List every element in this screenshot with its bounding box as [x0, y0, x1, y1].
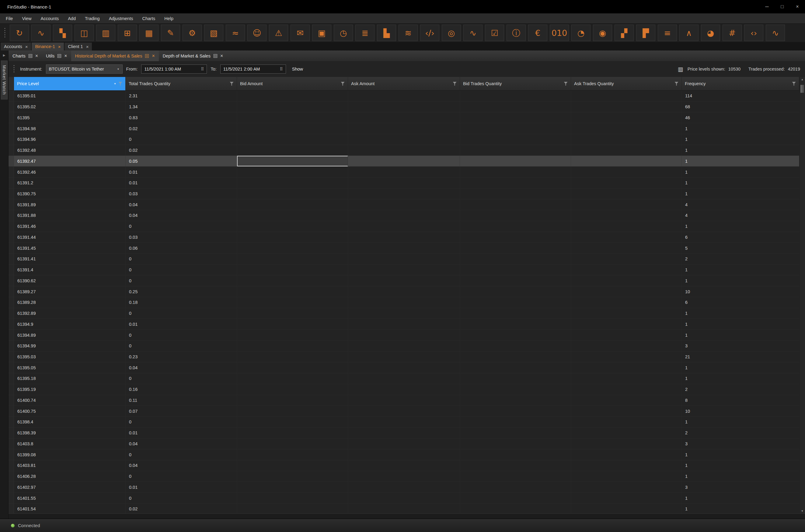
cell-ask-trades-quantity[interactable] — [571, 439, 682, 449]
cell-frequency[interactable]: 1 — [682, 493, 799, 504]
panel-tab-utils[interactable]: Utils× — [42, 51, 71, 61]
cell-total-trades-quantity[interactable]: 0.83 — [126, 112, 237, 123]
cell-ask-trades-quantity[interactable] — [571, 286, 682, 297]
table-row[interactable]: 61395.190.162 — [8, 384, 799, 395]
close-icon[interactable]: × — [25, 44, 28, 49]
cell-ask-amount[interactable] — [348, 221, 460, 232]
cell-bid-amount[interactable] — [237, 482, 348, 492]
cell-price-level[interactable]: 61391.2 — [14, 178, 126, 188]
column-header-bid-trades-quantity[interactable]: Bid Trades Quantity — [460, 77, 571, 90]
maximize-button[interactable]: □ — [774, 0, 790, 13]
cell-price-level[interactable]: 61395.05 — [14, 362, 126, 373]
dock-expander-icon[interactable]: ▶ — [3, 54, 5, 57]
cell-price-level[interactable]: 61390.75 — [14, 189, 126, 199]
cell-bid-amount[interactable] — [237, 428, 348, 438]
cell-ask-amount[interactable] — [348, 319, 460, 329]
filter-icon[interactable] — [230, 82, 233, 86]
cell-bid-trades-quantity[interactable] — [460, 439, 571, 449]
cell-ask-trades-quantity[interactable] — [571, 471, 682, 482]
cell-frequency[interactable]: 1 — [682, 178, 799, 188]
cell-bid-trades-quantity[interactable] — [460, 91, 571, 101]
cell-bid-trades-quantity[interactable] — [460, 482, 571, 492]
cell-ask-trades-quantity[interactable] — [571, 395, 682, 406]
cell-ask-trades-quantity[interactable] — [571, 265, 682, 275]
cell-ask-amount[interactable] — [348, 145, 460, 156]
cell-ask-trades-quantity[interactable] — [571, 504, 682, 513]
cell-bid-amount[interactable] — [237, 112, 348, 123]
cell-price-level[interactable]: 61395 — [14, 112, 126, 123]
cell-bid-amount[interactable] — [237, 417, 348, 428]
blocks-grid-button[interactable]: ▞ — [615, 25, 634, 41]
close-icon[interactable]: × — [220, 53, 223, 59]
cell-bid-trades-quantity[interactable] — [460, 243, 571, 253]
filter-icon[interactable] — [453, 82, 457, 86]
cell-bid-amount[interactable] — [237, 221, 348, 232]
cell-ask-amount[interactable] — [348, 297, 460, 308]
calendar-icon[interactable]: ⠿ — [201, 66, 204, 72]
cell-bid-amount[interactable] — [237, 232, 348, 243]
cell-frequency[interactable]: 10 — [682, 286, 799, 297]
cell-ask-amount[interactable] — [348, 471, 460, 482]
cell-price-level[interactable]: 61391.46 — [14, 221, 126, 232]
cell-bid-trades-quantity[interactable] — [460, 145, 571, 156]
cell-bid-amount[interactable] — [237, 384, 348, 395]
table-row[interactable]: 61398.401 — [8, 417, 799, 428]
doc-tab-client-1[interactable]: Client 1× — [64, 43, 92, 51]
panel-tab-depth-of-market-sales[interactable]: Depth of Market & Sales× — [159, 51, 227, 61]
cell-ask-trades-quantity[interactable] — [571, 243, 682, 253]
cell-ask-amount[interactable] — [348, 286, 460, 297]
filter-icon[interactable] — [118, 82, 122, 86]
cell-ask-amount[interactable] — [348, 134, 460, 145]
table-row[interactable]: 61395.012.31114 — [8, 91, 799, 101]
cell-bid-trades-quantity[interactable] — [460, 178, 571, 188]
alerts-bell-button[interactable]: ⚠ — [269, 25, 288, 41]
cell-bid-amount[interactable] — [237, 145, 348, 156]
cell-bid-trades-quantity[interactable] — [460, 460, 571, 471]
cell-ask-amount[interactable] — [348, 504, 460, 513]
toolbar-grip[interactable] — [4, 27, 5, 38]
cell-ask-trades-quantity[interactable] — [571, 112, 682, 123]
cell-bid-amount[interactable] — [237, 91, 348, 101]
chip-settings-button[interactable]: ▣ — [312, 25, 331, 41]
cell-ask-amount[interactable] — [348, 341, 460, 351]
table-row[interactable]: 61391.401 — [8, 265, 799, 276]
cell-price-level[interactable]: 61403.81 — [14, 460, 126, 471]
table-row[interactable]: 61391.4102 — [8, 254, 799, 265]
filter-icon[interactable] — [792, 82, 796, 86]
cell-ask-trades-quantity[interactable] — [571, 145, 682, 156]
cell-bid-trades-quantity[interactable] — [460, 493, 571, 504]
table-row[interactable]: 61400.740.118 — [8, 395, 799, 406]
instrument-dropdown[interactable]: BTCUSDT, Bitcoin vs Tether ▼ — [46, 64, 123, 74]
cell-frequency[interactable]: 1 — [682, 449, 799, 460]
cell-price-level[interactable]: 61391.41 — [14, 254, 126, 264]
cell-bid-trades-quantity[interactable] — [460, 406, 571, 416]
vertical-scrollbar[interactable]: ▲ ▼ — [799, 77, 805, 513]
cell-bid-amount[interactable] — [237, 308, 348, 319]
menu-item-adjustments[interactable]: Adjustments — [104, 16, 138, 21]
scrollbar-thumb[interactable] — [801, 85, 804, 93]
table-row[interactable]: 61389.280.186 — [8, 297, 799, 308]
cell-total-trades-quantity[interactable]: 1.34 — [126, 101, 237, 112]
cell-bid-trades-quantity[interactable] — [460, 395, 571, 406]
cell-ask-trades-quantity[interactable] — [571, 341, 682, 351]
cell-ask-amount[interactable] — [348, 330, 460, 340]
cell-frequency[interactable]: 1 — [682, 221, 799, 232]
cell-ask-amount[interactable] — [348, 482, 460, 492]
cell-bid-trades-quantity[interactable] — [460, 362, 571, 373]
quote-board-button[interactable]: ⊞ — [118, 25, 137, 41]
table-row[interactable]: 61395.030.2321 — [8, 352, 799, 363]
stopwatch-info-button[interactable]: ◔ — [572, 25, 591, 41]
cell-total-trades-quantity[interactable]: 0.02 — [126, 504, 237, 513]
cell-frequency[interactable]: 4 — [682, 210, 799, 221]
menu-item-add[interactable]: Add — [63, 16, 80, 21]
cell-frequency[interactable]: 5 — [682, 243, 799, 253]
cell-ask-trades-quantity[interactable] — [571, 178, 682, 188]
cell-ask-trades-quantity[interactable] — [571, 308, 682, 319]
cell-frequency[interactable]: 1 — [682, 308, 799, 319]
cell-price-level[interactable]: 61406.28 — [14, 471, 126, 482]
cell-total-trades-quantity[interactable]: 0.03 — [126, 189, 237, 199]
table-row[interactable]: 61394.8901 — [8, 330, 799, 341]
cell-ask-amount[interactable] — [348, 156, 460, 166]
table-row[interactable]: 61395.021.3468 — [8, 101, 799, 113]
cell-bid-amount[interactable] — [237, 101, 348, 112]
